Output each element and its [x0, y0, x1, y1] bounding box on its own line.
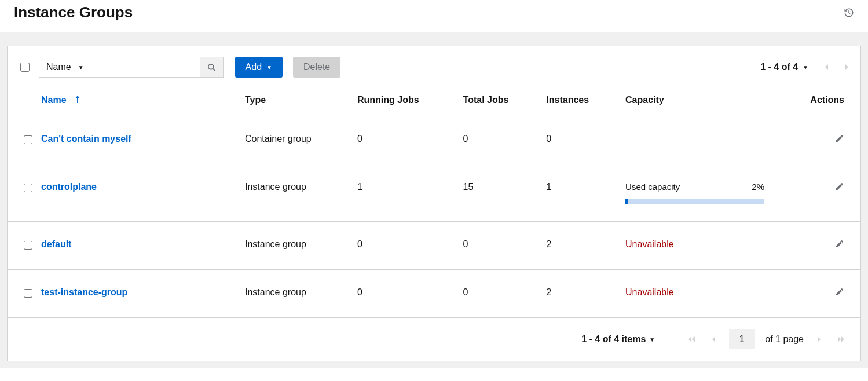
prev-page-icon: [823, 64, 829, 71]
caret-down-icon: ▼: [78, 64, 84, 71]
caret-down-icon: ▼: [266, 64, 272, 71]
svg-line-1: [213, 68, 215, 71]
search-icon: [207, 63, 216, 72]
row-type: Instance group: [238, 164, 350, 222]
row-name-link[interactable]: default: [41, 239, 71, 249]
row-name-link[interactable]: Can't contain myself: [41, 134, 131, 144]
add-button-label: Add: [246, 62, 262, 72]
column-header-capacity[interactable]: Capacity: [618, 91, 781, 116]
filter-key-select[interactable]: Name ▼: [39, 57, 90, 78]
svg-point-0: [208, 64, 213, 69]
row-running-jobs: 1: [350, 164, 456, 222]
instance-groups-table: Name Type Running Jobs Total Jobs Instan…: [8, 91, 860, 318]
of-page-text: of 1 page: [765, 334, 804, 345]
footer-summary[interactable]: 1 - 4 of 4 items ▼: [581, 334, 655, 345]
table-row: controlplane Instance group 1 15 1 Used …: [8, 164, 860, 222]
row-type: Container group: [238, 116, 350, 164]
column-header-running-jobs[interactable]: Running Jobs: [350, 91, 456, 116]
row-checkbox[interactable]: [24, 135, 32, 144]
row-checkbox[interactable]: [24, 289, 32, 298]
add-button[interactable]: Add ▼: [235, 57, 283, 78]
toolbar: Name ▼ Add ▼ Delete 1 - 4 of 4 ▼: [8, 46, 860, 91]
column-header-total-jobs[interactable]: Total Jobs: [456, 91, 540, 116]
capacity-unavailable: Unavailable: [625, 239, 674, 249]
capacity-percent: 2%: [752, 182, 764, 192]
row-instances: 1: [539, 164, 618, 222]
history-icon[interactable]: [844, 8, 854, 18]
row-total-jobs: 0: [456, 270, 540, 318]
filter-key-label: Name: [46, 62, 71, 72]
row-running-jobs: 0: [350, 116, 456, 164]
page-number-input[interactable]: [729, 329, 755, 349]
first-page-icon: [685, 336, 698, 343]
row-instances: 0: [539, 116, 618, 164]
caret-down-icon: ▼: [803, 64, 808, 71]
column-header-name-label: Name: [41, 95, 67, 105]
prev-page-icon: [708, 336, 719, 343]
top-pagination-summary[interactable]: 1 - 4 of 4 ▼: [760, 62, 808, 72]
page-title: Instance Groups: [14, 3, 133, 21]
next-page-icon: [844, 64, 850, 71]
search-button[interactable]: [200, 57, 224, 78]
edit-icon[interactable]: [835, 239, 844, 248]
row-instances: 2: [539, 222, 618, 270]
filter-value-input[interactable]: [90, 57, 200, 78]
capacity-unavailable: Unavailable: [625, 287, 674, 297]
table-row: default Instance group 0 0 2 Unavailable: [8, 222, 860, 270]
row-total-jobs: 15: [456, 164, 540, 222]
capacity-progress: [625, 199, 764, 204]
edit-icon[interactable]: [835, 182, 844, 191]
column-header-type[interactable]: Type: [238, 91, 350, 116]
row-total-jobs: 0: [456, 222, 540, 270]
capacity-progress-bar: [625, 199, 628, 204]
pagination-footer: 1 - 4 of 4 items ▼ of 1 page: [8, 318, 860, 361]
capacity-label: Used capacity: [625, 182, 680, 192]
select-all-checkbox[interactable]: [20, 63, 30, 72]
row-name-link[interactable]: test-instance-group: [41, 287, 127, 297]
top-pagination-range: 1 - 4 of 4: [760, 62, 798, 72]
row-total-jobs: 0: [456, 116, 540, 164]
row-running-jobs: 0: [350, 222, 456, 270]
column-header-name[interactable]: Name: [41, 91, 238, 116]
table-row: test-instance-group Instance group 0 0 2…: [8, 270, 860, 318]
delete-button-label: Delete: [303, 62, 330, 72]
row-checkbox[interactable]: [24, 241, 32, 250]
row-running-jobs: 0: [350, 270, 456, 318]
next-page-icon: [814, 336, 825, 343]
footer-summary-text: 1 - 4 of 4 items: [581, 334, 646, 344]
edit-icon[interactable]: [835, 287, 844, 296]
row-checkbox[interactable]: [24, 184, 32, 192]
edit-icon[interactable]: [835, 134, 844, 143]
row-type: Instance group: [238, 222, 350, 270]
caret-down-icon: ▼: [649, 336, 655, 343]
row-name-link[interactable]: controlplane: [41, 182, 97, 192]
row-instances: 2: [539, 270, 618, 318]
last-page-icon: [835, 336, 848, 343]
column-header-instances[interactable]: Instances: [539, 91, 618, 116]
row-type: Instance group: [238, 270, 350, 318]
sort-asc-icon: [75, 96, 80, 105]
column-header-actions: Actions: [781, 91, 860, 116]
table-row: Can't contain myself Container group 0 0…: [8, 116, 860, 164]
list-card: Name ▼ Add ▼ Delete 1 - 4 of 4 ▼: [7, 46, 861, 361]
delete-button: Delete: [293, 57, 340, 78]
